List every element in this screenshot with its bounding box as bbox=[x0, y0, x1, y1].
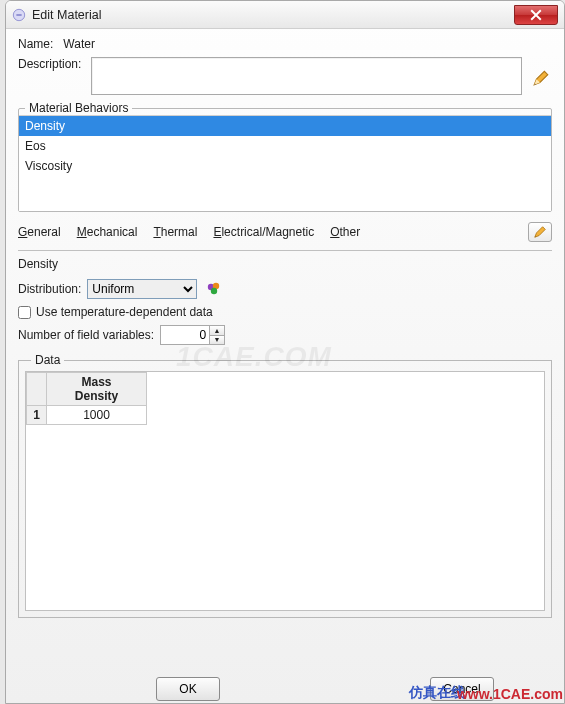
ok-button[interactable]: OK bbox=[156, 677, 220, 701]
behavior-item-density[interactable]: Density bbox=[19, 116, 551, 136]
temp-dependent-label: Use temperature-dependent data bbox=[36, 305, 213, 319]
table-corner bbox=[27, 373, 47, 406]
field-vars-input[interactable] bbox=[160, 325, 210, 345]
data-fieldset: Data MassDensity 1 1000 bbox=[18, 353, 552, 618]
svg-rect-1 bbox=[16, 14, 21, 16]
tab-other[interactable]: Other bbox=[330, 225, 360, 239]
description-input[interactable] bbox=[91, 57, 522, 95]
data-legend: Data bbox=[31, 353, 64, 367]
data-table[interactable]: MassDensity 1 1000 bbox=[26, 372, 147, 425]
behavior-tabs: General Mechanical Thermal Electrical/Ma… bbox=[18, 220, 552, 248]
close-icon bbox=[530, 9, 542, 21]
edit-behavior-button[interactable] bbox=[528, 222, 552, 242]
column-mass-density[interactable]: MassDensity bbox=[47, 373, 147, 406]
palette-icon bbox=[206, 281, 222, 297]
field-vars-spinner: ▲ ▼ bbox=[160, 325, 225, 345]
temp-dependent-checkbox[interactable] bbox=[18, 306, 31, 319]
svg-point-4 bbox=[211, 288, 217, 294]
spin-down-button[interactable]: ▼ bbox=[210, 335, 224, 344]
distribution-label: Distribution: bbox=[18, 282, 81, 296]
description-label: Description: bbox=[18, 57, 81, 71]
field-output-button[interactable] bbox=[205, 280, 223, 298]
behaviors-legend: Material Behaviors bbox=[25, 101, 132, 115]
row-number: 1 bbox=[27, 406, 47, 425]
window-title: Edit Material bbox=[32, 8, 514, 22]
description-row: Description: bbox=[18, 57, 552, 95]
field-vars-row: Number of field variables: ▲ ▼ bbox=[18, 325, 552, 345]
field-vars-label: Number of field variables: bbox=[18, 328, 154, 342]
titlebar[interactable]: Edit Material bbox=[6, 1, 564, 29]
table-row[interactable]: 1 1000 bbox=[27, 406, 147, 425]
section-title: Density bbox=[18, 257, 552, 271]
tab-general[interactable]: General bbox=[18, 225, 61, 239]
distribution-row: Distribution: Uniform bbox=[18, 279, 552, 299]
app-icon bbox=[12, 8, 26, 22]
behaviors-list[interactable]: Density Eos Viscosity bbox=[19, 115, 551, 211]
divider bbox=[18, 250, 552, 251]
name-label: Name: bbox=[18, 37, 53, 51]
spin-up-button[interactable]: ▲ bbox=[210, 326, 224, 335]
temp-dependent-row: Use temperature-dependent data bbox=[18, 305, 552, 319]
dialog-body: Name: Water Description: Material Behavi… bbox=[6, 29, 564, 618]
tab-mechanical[interactable]: Mechanical bbox=[77, 225, 138, 239]
pencil-icon bbox=[532, 69, 550, 87]
behavior-label: Eos bbox=[25, 139, 46, 153]
behavior-label: Viscosity bbox=[25, 159, 72, 173]
watermark-url: www.1CAE.com bbox=[457, 686, 563, 702]
behavior-item-viscosity[interactable]: Viscosity bbox=[19, 156, 551, 176]
edit-description-button[interactable] bbox=[530, 67, 552, 89]
behavior-item-eos[interactable]: Eos bbox=[19, 136, 551, 156]
name-value: Water bbox=[63, 37, 95, 51]
pencil-icon bbox=[533, 225, 547, 239]
distribution-select[interactable]: Uniform bbox=[87, 279, 197, 299]
data-table-container: MassDensity 1 1000 bbox=[25, 371, 545, 611]
name-row: Name: Water bbox=[18, 37, 552, 51]
close-button[interactable] bbox=[514, 5, 558, 25]
edit-material-dialog: Edit Material Name: Water Description: bbox=[5, 0, 565, 704]
behavior-label: Density bbox=[25, 119, 65, 133]
cell-mass-density[interactable]: 1000 bbox=[47, 406, 147, 425]
material-behaviors-fieldset: Material Behaviors Density Eos Viscosity bbox=[18, 101, 552, 212]
tab-thermal[interactable]: Thermal bbox=[153, 225, 197, 239]
tab-electrical[interactable]: Electrical/Magnetic bbox=[213, 225, 314, 239]
